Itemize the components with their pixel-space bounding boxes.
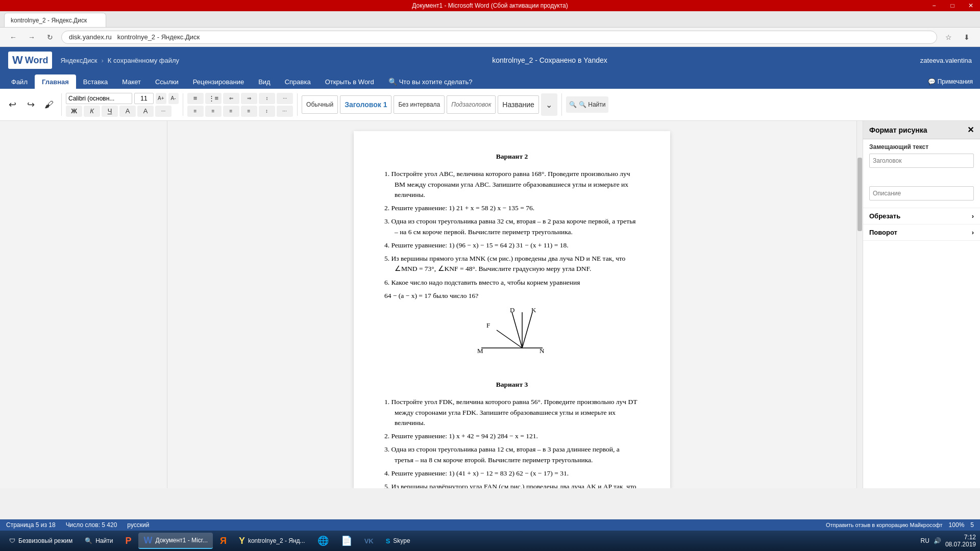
taskbar-ie[interactable]: 🌐 bbox=[312, 533, 334, 549]
style-subtitle[interactable]: Подзаголовок bbox=[447, 95, 496, 114]
scrollbar-thumb[interactable] bbox=[857, 158, 862, 231]
increase-indent-button[interactable]: ⇒ bbox=[241, 93, 257, 104]
taskbar-yandex[interactable]: Я bbox=[215, 533, 232, 549]
more-font-button[interactable]: ··· bbox=[155, 106, 172, 117]
tab-references[interactable]: Ссылки bbox=[148, 74, 186, 89]
taskbar-vk[interactable]: VK bbox=[359, 533, 379, 549]
v2-task6-text: Какое число надо подставить вместо a, чт… bbox=[391, 279, 580, 286]
status-feedback[interactable]: Отправить отзыв в корпорацию Майкрософт bbox=[826, 522, 943, 528]
section-gap bbox=[384, 369, 640, 380]
taskbar-powerpoint[interactable]: P bbox=[120, 533, 136, 549]
decrease-indent-button[interactable]: ⇐ bbox=[223, 93, 239, 104]
taskbar-word[interactable]: W Документ1 - Micr... bbox=[138, 533, 213, 549]
label-M: M bbox=[477, 347, 483, 355]
rotation-section[interactable]: Поворот › bbox=[863, 224, 980, 241]
tab-insert[interactable]: Вставка bbox=[76, 74, 115, 89]
v2-task3-text: Одна из сторон треугольника равна 32 см,… bbox=[391, 217, 636, 235]
more-paragraph-button[interactable]: ··· bbox=[277, 106, 293, 117]
back-button[interactable]: ← bbox=[6, 30, 20, 44]
shrink-font-button[interactable]: A- bbox=[168, 93, 179, 104]
tab-layout[interactable]: Макет bbox=[115, 74, 148, 89]
ribbon-content: ↩ ↪ 🖌 A+ A- Ж К Ч А А ··· bbox=[0, 89, 980, 120]
style-h1[interactable]: Заголовок 1 bbox=[340, 95, 391, 114]
ribbon: Файл Главная Вставка Макет Ссылки Реценз… bbox=[0, 73, 980, 121]
tab-search[interactable]: 🔍 Что вы хотите сделать? bbox=[381, 74, 480, 89]
taskbar-adobe-icon: 📄 bbox=[341, 535, 352, 546]
v2-task6: 6. Какое число надо подставить вместо a,… bbox=[384, 278, 640, 288]
sep3 bbox=[297, 93, 298, 116]
taskbar-search-label: Найти bbox=[95, 537, 113, 544]
tab-review[interactable]: Рецензирование bbox=[186, 74, 251, 89]
bold-button[interactable]: Ж bbox=[66, 106, 82, 117]
tab-home[interactable]: Главная bbox=[35, 74, 76, 89]
address-bar[interactable] bbox=[61, 31, 937, 44]
alt-description-input[interactable] bbox=[869, 186, 974, 201]
status-language: русский bbox=[127, 521, 149, 529]
download-button[interactable]: ⬇ bbox=[960, 30, 974, 44]
undo-button[interactable]: ↩ bbox=[4, 91, 20, 118]
v3-task5: 5. Из вершины развёрнутого угла FAN (см … bbox=[384, 482, 640, 488]
taskbar-search-button[interactable]: 🔍 Найти bbox=[80, 533, 118, 549]
taskbar-yandex-disk[interactable]: Y kontrolnye_2 - Янд... bbox=[234, 533, 310, 549]
v3-task1-text: Постройте угол FDK, величина которого ра… bbox=[391, 398, 638, 427]
font-size-input[interactable] bbox=[134, 93, 154, 104]
v3-task1-num: 1. bbox=[384, 398, 391, 406]
justify-button[interactable]: ≡ bbox=[241, 106, 257, 117]
align-center-button[interactable]: ≡ bbox=[205, 106, 222, 117]
v2-task5: 5. Из вершины прямого угла MNK (см рис.)… bbox=[384, 254, 640, 274]
refresh-button[interactable]: ↻ bbox=[43, 30, 57, 44]
highlight-button[interactable]: А bbox=[119, 106, 136, 117]
taskbar-yandex-icon: Я bbox=[220, 536, 227, 546]
v3-task2-text: Решите уравнение: 1) x + 42 = 94 2) 284 … bbox=[391, 432, 538, 440]
svg-line-4 bbox=[497, 330, 522, 348]
nav-separator: › bbox=[101, 57, 103, 64]
line-spacing-button[interactable]: ↕ bbox=[259, 106, 275, 117]
find-button[interactable]: 🔍 🔍 Найти bbox=[566, 96, 609, 113]
tab-view[interactable]: Вид bbox=[251, 74, 278, 89]
word-label: Word bbox=[25, 55, 48, 66]
format-painter-icon: 🖌 bbox=[44, 99, 54, 110]
bullet-list-button[interactable]: ≡ bbox=[187, 93, 204, 104]
right-panel-close-button[interactable]: ✕ bbox=[967, 125, 974, 135]
crop-section[interactable]: Обрезать › bbox=[863, 208, 980, 224]
nav-saved-file[interactable]: К сохранённому файлу bbox=[108, 57, 179, 64]
align-left-button[interactable]: ≡ bbox=[187, 106, 204, 117]
tab-help[interactable]: Справка bbox=[278, 74, 318, 89]
sep1 bbox=[61, 93, 62, 116]
nav-yandex-disk[interactable]: ЯндексДиск bbox=[60, 57, 97, 64]
taskbar-start-button[interactable]: 🛡 Безвизовый режим bbox=[4, 533, 78, 549]
close-button[interactable]: ✕ bbox=[962, 0, 980, 11]
font-color-button[interactable]: А bbox=[137, 106, 154, 117]
alt-title-input[interactable] bbox=[869, 154, 974, 168]
taskbar-skype[interactable]: S Skype bbox=[381, 533, 415, 549]
minimize-button[interactable]: − bbox=[925, 0, 943, 11]
tab-file[interactable]: Файл bbox=[4, 74, 35, 89]
format-painter-button[interactable]: 🖌 bbox=[41, 91, 57, 118]
underline-button[interactable]: Ч bbox=[102, 106, 118, 117]
maximize-button[interactable]: □ bbox=[943, 0, 962, 11]
style-expand-button[interactable]: ⌄ bbox=[541, 93, 557, 116]
style-normal[interactable]: Обычный bbox=[302, 95, 338, 114]
taskbar-lang[interactable]: RU bbox=[921, 537, 929, 544]
font-name-input[interactable] bbox=[66, 93, 132, 104]
taskbar-adobe[interactable]: 📄 bbox=[336, 533, 357, 549]
style-name[interactable]: Название bbox=[498, 95, 539, 114]
document-scrollbar[interactable] bbox=[856, 121, 863, 488]
browser-tab-active[interactable]: kontrolnye_2 - Яндекс.Диск bbox=[4, 13, 106, 27]
bookmark-button[interactable]: ☆ bbox=[941, 30, 955, 44]
grow-font-button[interactable]: A+ bbox=[156, 93, 166, 104]
sort-button[interactable]: ↕ bbox=[259, 93, 275, 104]
number-list-button[interactable]: ⋮≡ bbox=[205, 93, 222, 104]
style-no-space[interactable]: Без интервала bbox=[394, 95, 445, 114]
more-list-button[interactable]: ··· bbox=[277, 93, 293, 104]
tab-open-in-word[interactable]: Открыть в Word bbox=[318, 74, 381, 89]
crop-chevron-icon: › bbox=[972, 212, 974, 220]
document-page: Вариант 2 1. Постройте угол ABC, величин… bbox=[354, 131, 670, 488]
v2-task6b: 64 − (a − x) = 17 было число 16? bbox=[384, 291, 640, 301]
document-area[interactable]: Вариант 2 1. Постройте угол ABC, величин… bbox=[167, 121, 856, 488]
forward-button[interactable]: → bbox=[24, 30, 39, 44]
redo-button[interactable]: ↪ bbox=[22, 91, 39, 118]
align-right-button[interactable]: ≡ bbox=[223, 106, 239, 117]
tab-comments[interactable]: 💬 Примечания bbox=[921, 74, 980, 89]
italic-button[interactable]: К bbox=[84, 106, 100, 117]
